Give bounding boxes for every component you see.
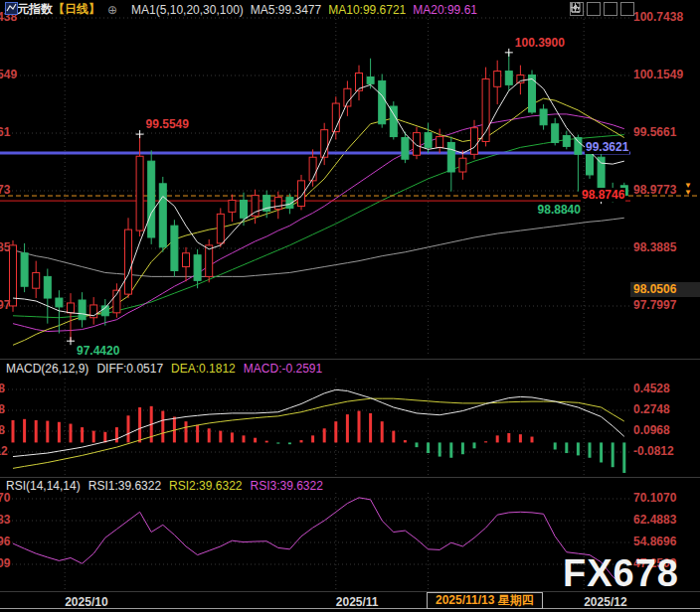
candle-body	[252, 196, 259, 217]
macd-bar	[323, 428, 326, 442]
macd-bar	[208, 428, 211, 442]
exit-chart-button[interactable]	[620, 2, 634, 16]
chart-header: 美元指数【日线】 ⊕ MA1(5,10,20,30,100) MA5:99.34…	[5, 2, 477, 17]
candle-body	[379, 80, 386, 123]
add-indicator-icon[interactable]: ⊕	[107, 3, 117, 17]
candle-body	[344, 88, 351, 106]
macd-bar	[219, 431, 222, 443]
macd-bar	[92, 431, 95, 443]
crosshair-date-box: 2025/11/13 星期四	[427, 592, 543, 609]
period-label: 【日线】	[53, 1, 100, 18]
macd-bar	[554, 442, 557, 449]
macd-bar	[484, 441, 487, 442]
chart-toolbar	[570, 2, 634, 16]
ma5-value-label: MA5:99.3477	[251, 3, 321, 17]
macd-bar	[358, 411, 361, 443]
macd-bar	[138, 407, 141, 442]
rsi-header: RSI(14,14,14) RSI1:39.6322 RSI2:39.6322 …	[6, 479, 323, 493]
macd-histogram	[12, 406, 626, 473]
macd-bar	[231, 432, 234, 442]
macd-bar	[507, 433, 510, 442]
candle-body	[44, 276, 51, 298]
macd-bar	[288, 442, 291, 444]
ma30-line	[13, 135, 624, 318]
x-axis-zoom-button[interactable]	[604, 2, 617, 16]
candle-body	[171, 226, 178, 270]
macd-bar	[196, 425, 199, 443]
candle-body	[367, 76, 374, 83]
macd-bar	[70, 424, 73, 443]
candle-body	[494, 72, 501, 87]
candle-body	[517, 75, 524, 82]
macd-bar	[161, 411, 164, 443]
candle-body	[563, 136, 570, 147]
candle-body	[575, 138, 582, 155]
candle-body	[68, 303, 75, 313]
candle-body	[10, 245, 17, 306]
panel-separator	[0, 359, 700, 360]
candle-body	[194, 255, 201, 281]
macd-bar	[35, 420, 38, 442]
candles-layer	[10, 53, 628, 341]
candle-body	[217, 214, 224, 243]
macd-bar	[311, 435, 314, 442]
candle-body	[414, 133, 421, 156]
macd-bar	[427, 442, 430, 453]
ma20-line	[13, 114, 624, 332]
macd-bar	[254, 438, 257, 443]
candle-body	[183, 253, 190, 267]
ma20-value-label: MA20:99.61	[413, 3, 477, 17]
macd-bar	[243, 435, 246, 442]
fx678-watermark: FX678	[563, 552, 679, 595]
candle-body	[425, 133, 432, 148]
macd-bar	[58, 422, 61, 443]
latest-price-line-label: 98.8746	[581, 188, 625, 202]
chart-window: 100.7438100.7438100.1549100.154999.56619…	[0, 0, 700, 612]
ma5-line	[13, 78, 624, 315]
macd-bar	[81, 427, 84, 442]
macd-bar	[519, 434, 522, 442]
y-axis-zoom-button[interactable]	[587, 2, 601, 16]
macd-bar	[461, 442, 464, 454]
time-axis-label: 2025/12	[584, 595, 626, 609]
macd-bar	[392, 431, 395, 443]
horizontal-line-price-label[interactable]: 99.3621	[585, 140, 629, 154]
macd-bar	[438, 442, 441, 456]
candle-body	[148, 161, 155, 237]
candle-body	[229, 201, 236, 213]
macd-params-label: MACD(26,12,9)	[6, 362, 88, 376]
macd-bar	[404, 440, 407, 442]
macd-bar	[127, 415, 130, 442]
time-axis-label: 2025/11	[336, 595, 379, 609]
candle-body	[471, 128, 478, 155]
chart-canvas[interactable]	[0, 0, 700, 612]
macd-bar	[589, 442, 592, 457]
candle-body	[79, 300, 86, 320]
scroll-to-latest-icon[interactable]: ▼	[684, 189, 692, 196]
macd-bar	[416, 442, 419, 447]
ma100-line	[13, 218, 624, 276]
macd-bar	[103, 432, 106, 443]
rsi-params-label: RSI(14,14,14)	[6, 479, 81, 493]
macd-value-label: MACD:-0.2591	[244, 362, 322, 376]
candle-body	[402, 138, 409, 160]
macd-bar	[265, 441, 268, 443]
macd-bar	[600, 442, 603, 462]
rsi1-value-label: RSI1:39.6322	[88, 479, 161, 493]
macd-bar	[612, 442, 614, 467]
candle-body	[437, 137, 443, 148]
ma-params-label: MA1(5,10,20,30,100)	[131, 3, 244, 17]
macd-bar	[622, 442, 625, 473]
macd-bar	[12, 420, 15, 442]
candle-body	[125, 230, 132, 294]
macd-bar	[565, 442, 568, 453]
macd-bar	[449, 442, 452, 457]
macd-bar	[334, 421, 337, 442]
macd-diff-line	[13, 389, 624, 456]
macd-bar	[531, 437, 534, 443]
macd-bar	[115, 427, 118, 442]
candle-body	[56, 298, 63, 307]
candle-body	[309, 157, 316, 181]
candle-body	[21, 253, 28, 286]
candle-body	[540, 109, 547, 125]
